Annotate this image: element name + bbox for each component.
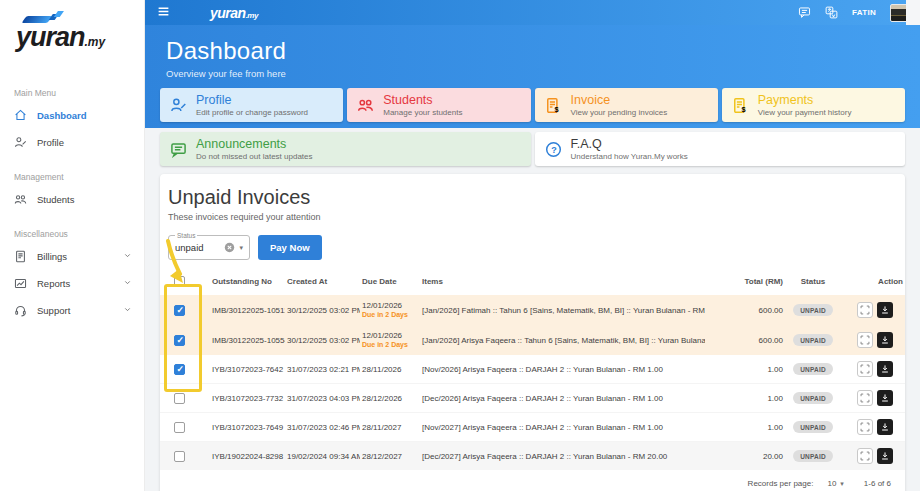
download-invoice-button[interactable] [877,302,893,318]
page-title: Dashboard [160,37,905,65]
card-students[interactable]: Students Manage your students [347,88,530,122]
shortcut-cards-row-2: Announcements Do not missed out latest u… [160,132,905,166]
cell-items: [Jan/2026] Arisya Faqeera :: Tahun 6 [Sa… [420,325,705,355]
card-profile[interactable]: Profile Edit profile or change password [160,88,343,122]
row-checkbox[interactable] [174,451,185,462]
cell-due-date: 12/01/2026Due in 2 Days [360,325,420,355]
expand-invoice-button[interactable] [857,419,873,435]
download-icon [880,422,890,432]
hamburger-menu-icon[interactable] [157,4,170,22]
person-edit-icon [14,136,27,149]
sidebar-section-main-menu: Main Menu [14,88,144,98]
cell-total: 600.00 [705,325,785,355]
table-row[interactable]: IMB/30122025-10554 30/12/2025 03:02 PM 1… [160,325,905,355]
chat-icon[interactable] [798,6,811,19]
topbar: yuran.my FATIN [145,0,920,25]
question-circle-icon: ? [545,141,562,158]
sidebar-section-miscellaneous: Miscellaneous [14,229,144,239]
topbar-right: FATIN [798,4,908,22]
records-per-page-select[interactable]: 10 ▾ [827,479,843,488]
col-action: Action [841,270,905,295]
sidebar-item-students[interactable]: Students [0,186,144,213]
cell-created-at: 30/12/2025 03:02 PM [285,325,360,355]
status-badge: UNPAID [793,363,833,375]
sidebar: yuran.my Main Menu Dashboard Profile Man… [0,0,145,491]
cell-items: [Jan/2026] Fatimah :: Tahun 6 [Sains, Ma… [420,295,705,325]
app-root: yuran.my Main Menu Dashboard Profile Man… [0,0,920,491]
table-row[interactable]: IYB/19022024-8298 19/02/2024 09:34 AM 28… [160,442,905,471]
sidebar-item-reports[interactable]: Reports [0,270,144,297]
download-invoice-button[interactable] [877,448,893,464]
sidebar-item-label: Students [37,194,75,205]
card-announcements[interactable]: Announcements Do not missed out latest u… [160,132,531,166]
records-per-page-label: Records per page: [748,479,814,488]
user-name[interactable]: FATIN [852,8,876,17]
card-payments[interactable]: $ Payments View your payment history [722,88,905,122]
sidebar-item-support[interactable]: Support [0,297,144,324]
card-title: Invoice [571,94,668,107]
pay-now-button[interactable]: Pay Now [258,235,322,260]
clear-filter-icon[interactable] [224,242,235,253]
download-invoice-button[interactable] [877,390,893,406]
expand-invoice-button[interactable] [857,332,873,348]
download-invoice-button[interactable] [877,361,893,377]
sidebar-logo-text: yuran [16,22,85,52]
card-subtitle: Edit profile or change password [196,108,308,117]
expand-icon [860,364,870,374]
sidebar-item-label: Dashboard [37,110,87,121]
table-row[interactable]: IYB/31072023-7642 31/07/2023 02:21 PM 28… [160,355,905,384]
svg-text:$: $ [554,104,559,113]
card-subtitle: View your payment history [758,108,852,117]
row-checkbox[interactable] [174,422,185,433]
translate-icon[interactable] [825,6,838,19]
card-title: Students [383,94,462,107]
table-row[interactable]: IYB/31072023-7732 31/07/2023 04:03 PM 28… [160,384,905,413]
table-row[interactable]: IMB/30122025-10511 30/12/2025 03:02 PM 1… [160,295,905,325]
row-checkbox[interactable] [174,393,185,404]
sidebar-item-billings[interactable]: Billings [0,243,144,270]
cell-items: [Nov/2026] Arisya Faqeera :: DARJAH 2 ::… [420,355,705,384]
expand-icon [860,422,870,432]
table-header-row: Outstanding No Created At Due Date Items… [160,270,905,295]
card-title: Profile [196,94,308,107]
status-badge: UNPAID [793,392,833,404]
cell-total: 1.00 [705,355,785,384]
card-subtitle: Do not missed out latest updates [196,152,313,161]
select-all-checkbox[interactable] [174,276,185,287]
sidebar-item-dashboard[interactable]: Dashboard [0,102,144,129]
cell-total: 600.00 [705,295,785,325]
expand-invoice-button[interactable] [857,302,873,318]
table-footer: Records per page: 10 ▾ 1-6 of 6 [160,470,905,491]
status-filter-select[interactable]: Status unpaid ▾ [168,235,250,260]
cell-total: 1.00 [705,413,785,442]
card-faq[interactable]: ? F.A.Q Understand how Yuran.My works [535,132,906,166]
card-title: Payments [758,94,852,107]
caret-down-icon[interactable]: ▾ [239,244,243,252]
card-subtitle: View your pending invoices [571,108,668,117]
sidebar-item-label: Profile [37,137,64,148]
page-subtitle: Overview your fee from here [160,68,905,79]
unpaid-invoices-title: Unpaid Invoices [168,186,897,209]
download-icon [880,364,890,374]
cell-items: [Dec/2027] Arisya Faqeera :: DARJAH 2 ::… [420,442,705,471]
receipt-icon [14,250,27,263]
sidebar-item-profile[interactable]: Profile [0,129,144,156]
expand-icon [860,335,870,345]
download-invoice-button[interactable] [877,332,893,348]
col-status: Status [785,270,841,295]
status-filter-value: unpaid [175,242,220,253]
status-badge: UNPAID [793,421,833,433]
scrollbar-corner [906,0,920,25]
row-checkbox[interactable] [174,364,185,375]
cell-due-date: 28/12/2026 [360,384,420,413]
download-invoice-button[interactable] [877,419,893,435]
headset-icon [14,304,27,317]
expand-invoice-button[interactable] [857,390,873,406]
cell-outstanding-no: IYB/19022024-8298 [210,442,285,471]
row-checkbox[interactable] [174,335,185,346]
card-invoice[interactable]: $ Invoice View your pending invoices [535,88,718,122]
expand-invoice-button[interactable] [857,448,873,464]
expand-invoice-button[interactable] [857,361,873,377]
table-row[interactable]: IYB/31072023-7649 31/07/2023 02:46 PM 28… [160,413,905,442]
row-checkbox[interactable] [174,305,185,316]
